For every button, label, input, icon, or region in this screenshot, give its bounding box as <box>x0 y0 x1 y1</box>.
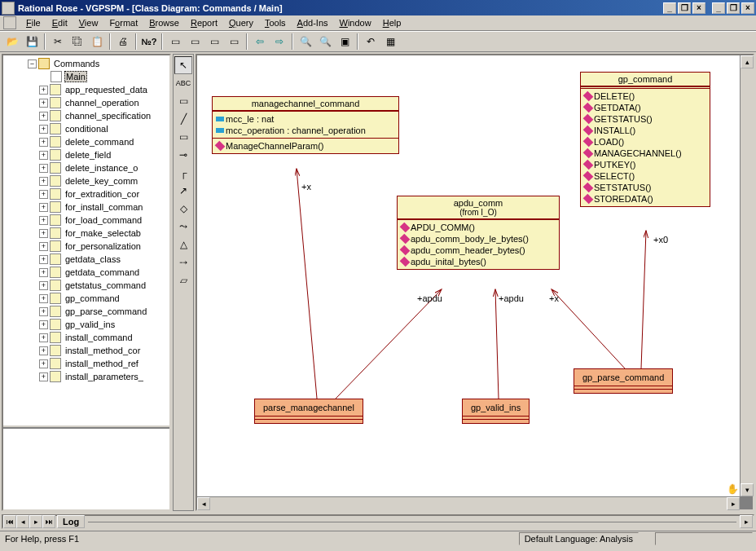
close-button[interactable]: × <box>741 2 754 14</box>
menu-browse[interactable]: Browse <box>144 16 184 29</box>
expand-icon[interactable]: + <box>39 229 48 238</box>
menu-report[interactable]: Report <box>186 16 222 29</box>
class-apdu-comm[interactable]: apdu_comm (from I_O) APDU_COMM() apdu_co… <box>397 196 560 270</box>
undo-icon[interactable]: ↶ <box>362 33 380 51</box>
assoc-icon[interactable]: ┌ <box>174 164 192 182</box>
expand-icon[interactable]: + <box>39 125 48 134</box>
mdi-close-button[interactable]: × <box>692 2 705 14</box>
tree-item[interactable]: +install_parameters_ <box>5 370 168 383</box>
help-icon[interactable]: №? <box>140 33 158 51</box>
tree-item[interactable]: +for_extradition_cor <box>5 187 168 201</box>
expand-icon[interactable]: + <box>39 138 48 147</box>
log-tab[interactable]: Log <box>57 515 85 528</box>
tree-item[interactable]: +for_make_selectab <box>5 227 168 240</box>
table-parse-managechannel[interactable]: parse_managechannel <box>254 399 363 424</box>
note-icon[interactable]: ▭ <box>174 92 192 110</box>
tree-folder-commands[interactable]: − Commands <box>5 57 168 70</box>
tree-item[interactable]: +conditional <box>5 122 168 135</box>
menu-query[interactable]: Query <box>224 16 258 29</box>
tree-item[interactable]: +install_method_cor <box>5 344 168 357</box>
tree-item[interactable]: +getdata_class <box>5 253 168 266</box>
mdi-restore-button[interactable]: ❐ <box>678 2 691 14</box>
menu-edit[interactable]: Edit <box>47 16 73 29</box>
expand-icon[interactable]: + <box>39 112 48 121</box>
pointer-icon[interactable]: ↖ <box>174 56 192 74</box>
expand-icon[interactable]: + <box>39 242 48 251</box>
tree-item[interactable]: +gp_valid_ins <box>5 318 168 331</box>
anchor-icon[interactable]: ╱ <box>174 110 192 128</box>
tree-item[interactable]: +gp_parse_command <box>5 305 168 318</box>
expand-icon[interactable]: + <box>39 190 48 199</box>
tree-item[interactable]: +app_requested_data <box>5 83 168 96</box>
tree-item[interactable]: +getstatus_command <box>5 279 168 292</box>
menu-file[interactable]: File <box>21 16 46 29</box>
expand-icon[interactable]: + <box>39 255 48 264</box>
diagram-canvas[interactable]: managechannel_command mcc_le : nat mcc_o… <box>197 55 740 496</box>
expand-icon[interactable]: + <box>39 151 48 160</box>
class-managechannel-command[interactable]: managechannel_command mcc_le : nat mcc_o… <box>212 96 399 154</box>
tree-item[interactable]: +install_command <box>5 331 168 344</box>
expand-icon[interactable]: + <box>39 203 48 212</box>
table-gp-valid-ins[interactable]: gp_valid_ins <box>462 399 530 424</box>
menu-view[interactable]: View <box>74 16 103 29</box>
expand-icon[interactable]: + <box>39 294 48 303</box>
minimize-button[interactable]: _ <box>712 2 725 14</box>
class-tool-icon[interactable]: ▭ <box>174 128 192 146</box>
restore-button[interactable]: ❐ <box>727 2 740 14</box>
log-first-icon[interactable]: ⏮ <box>3 515 16 528</box>
expand-icon[interactable]: + <box>39 320 48 329</box>
print-icon[interactable]: 🖨 <box>114 33 132 51</box>
pan-hand-icon[interactable]: ✋ <box>727 483 738 495</box>
mdi-minimize-button[interactable]: _ <box>663 2 676 14</box>
expand-icon[interactable]: + <box>39 99 48 108</box>
browse-class-icon[interactable]: ▭ <box>166 33 184 51</box>
expand-icon[interactable]: + <box>39 346 48 355</box>
class-gp-command[interactable]: gp_command DELETE() GETDATA() GETSTATUS(… <box>580 72 710 207</box>
tree-item[interactable]: +for_personalization <box>5 240 168 253</box>
zoom-in-icon[interactable]: 🔍 <box>297 33 314 51</box>
package-icon[interactable]: ▱ <box>174 271 192 289</box>
expand-icon[interactable]: + <box>39 372 48 381</box>
log-scroll-track[interactable] <box>88 522 736 522</box>
scroll-down-icon[interactable]: ▾ <box>741 483 754 496</box>
menu-tools[interactable]: Tools <box>260 16 291 29</box>
expand-icon[interactable]: + <box>39 268 48 277</box>
tree-item[interactable]: +delete_field <box>5 148 168 161</box>
tree-item[interactable]: +channel_operation <box>5 96 168 109</box>
log-scroll-right-icon[interactable]: ▸ <box>740 515 753 528</box>
scroll-up-icon[interactable]: ▴ <box>741 55 754 68</box>
interface-icon[interactable]: ⊸ <box>174 146 192 164</box>
paste-icon[interactable]: 📋 <box>88 33 106 51</box>
tree-item[interactable]: +install_method_ref <box>5 357 168 370</box>
browse-comp-icon[interactable]: ▭ <box>205 33 223 51</box>
expand-icon[interactable]: + <box>39 177 48 186</box>
browse-depl-icon[interactable]: ▭ <box>225 33 243 51</box>
expand-icon[interactable]: + <box>39 359 48 368</box>
copy-icon[interactable]: ⿻ <box>68 33 86 51</box>
tree-item[interactable]: +delete_key_comm <box>5 174 168 187</box>
menu-addins[interactable]: Add-Ins <box>292 16 333 29</box>
open-icon[interactable]: 📂 <box>3 33 21 51</box>
log-prev-icon[interactable]: ◂ <box>16 515 29 528</box>
documentation-panel[interactable] <box>3 428 169 509</box>
back-icon[interactable]: ⇦ <box>251 33 269 51</box>
zoom-out-icon[interactable]: 🔍 <box>316 33 334 51</box>
expand-icon[interactable]: + <box>39 333 48 342</box>
text-icon[interactable]: ABC <box>174 74 192 92</box>
horizontal-scrollbar[interactable]: ◂ ▸ <box>197 496 740 509</box>
menu-help[interactable]: Help <box>378 16 407 29</box>
uni-assoc-icon[interactable]: ↗ <box>174 182 192 200</box>
tree-item[interactable]: +for_load_command <box>5 214 168 227</box>
expand-icon[interactable]: + <box>39 164 48 173</box>
collapse-icon[interactable]: − <box>28 60 37 68</box>
gen-icon[interactable]: △ <box>174 236 192 253</box>
menu-window[interactable]: Window <box>335 16 376 29</box>
log-next-icon[interactable]: ▸ <box>29 515 42 528</box>
tree-item[interactable]: +for_install_comman <box>5 201 168 214</box>
scroll-right-icon[interactable]: ▸ <box>727 497 740 510</box>
expand-icon[interactable]: + <box>39 216 48 225</box>
expand-icon[interactable]: + <box>39 307 48 316</box>
tree-item[interactable]: Main <box>5 70 168 83</box>
tree-view[interactable]: − Commands Main+app_requested_data+chann… <box>3 55 169 425</box>
tree-item[interactable]: +delete_instance_o <box>5 161 168 174</box>
